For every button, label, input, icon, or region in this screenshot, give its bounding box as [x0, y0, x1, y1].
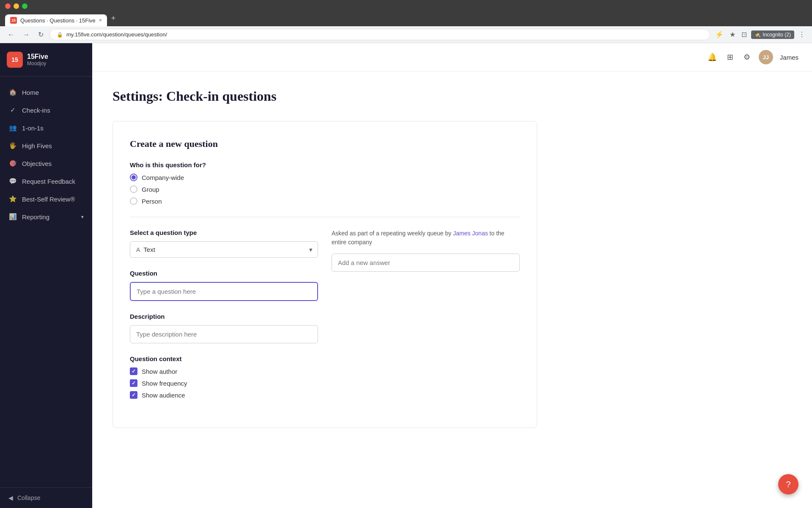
info-col: Asked as part of a repeating weekly queu… — [332, 229, 520, 272]
showaudience-label: Show audience — [142, 392, 185, 399]
collapse-button[interactable]: ◀ Collapse — [8, 494, 84, 501]
sidebar-item-reporting[interactable]: 📊 Reporting ▾ — [0, 208, 92, 226]
sidebar-item-label: 1-on-1s — [22, 124, 44, 132]
audience-group: Who is this question for? Company-wide G… — [130, 161, 520, 205]
sidebar-item-requestfeedback[interactable]: 💬 Request Feedback — [0, 172, 92, 190]
extensions-button[interactable]: ⚡ — [713, 29, 725, 40]
sidebar-item-label: Reporting — [22, 213, 49, 221]
sidebar: 15 15Five Moodjoy 🏠 Home ✓ Check-ins 👥 1… — [0, 43, 92, 508]
grid-button[interactable]: ⊞ — [725, 51, 735, 64]
radio-group-input[interactable] — [130, 185, 137, 193]
showaudience-checkbox[interactable] — [130, 391, 137, 399]
ssl-lock-icon: 🔒 — [57, 32, 63, 38]
incognito-badge: 🕵 Incognito (2) — [751, 30, 794, 39]
info-box: Asked as part of a repeating weekly queu… — [332, 229, 520, 272]
showauthor-label: Show author — [142, 368, 177, 375]
checkbox-showaudience[interactable]: Show audience — [130, 391, 318, 399]
checkbox-showfrequency[interactable]: Show frequency — [130, 379, 318, 387]
settings-button[interactable]: ⚙ — [742, 51, 752, 64]
reporting-icon: 📊 — [8, 213, 17, 221]
address-bar[interactable]: 🔒 my.15five.com/question/queues/question… — [49, 29, 710, 40]
type-info-row: Select a question type A Text ▾ Question — [130, 229, 520, 411]
sidebar-item-label: Home — [22, 89, 39, 96]
window-maximize-button[interactable] — [22, 3, 27, 9]
context-checkbox-group: Show author Show frequency Show audience — [130, 367, 318, 399]
description-group: Description — [130, 313, 318, 343]
radio-group[interactable]: Group — [130, 185, 520, 193]
question-label: Question — [130, 270, 318, 277]
question-type-label: Select a question type — [130, 229, 318, 236]
back-button[interactable]: ← — [5, 29, 17, 40]
description-input[interactable] — [130, 325, 318, 343]
chat-support-button[interactable]: ? — [778, 474, 798, 494]
sidebar-item-checkins[interactable]: ✓ Check-ins — [0, 101, 92, 119]
form-card: Create a new question Who is this questi… — [112, 121, 537, 428]
radio-person-input[interactable] — [130, 197, 137, 205]
sidebar-item-objectives[interactable]: 🎯 Objectives — [0, 155, 92, 172]
author-link[interactable]: James Jonas — [453, 230, 488, 237]
avatar: JJ — [759, 50, 773, 64]
question-input[interactable] — [130, 282, 318, 301]
header-bar: 🔔 ⊞ ⚙ JJ James — [92, 43, 812, 72]
sidebar-item-label: High Fives — [22, 142, 52, 149]
showfrequency-label: Show frequency — [142, 380, 187, 387]
main-content: 🔔 ⊞ ⚙ JJ James Settings: Check-in questi… — [92, 43, 812, 508]
radio-company-label: Company-wide — [142, 174, 184, 181]
tab-favicon: 15 — [10, 17, 17, 24]
profile-button[interactable]: ⊡ — [740, 29, 749, 40]
question-type-group: Select a question type A Text ▾ — [130, 229, 318, 258]
divider-1 — [130, 217, 520, 217]
sidebar-bottom: ◀ Collapse — [0, 487, 92, 508]
user-name: James — [780, 54, 798, 61]
app-logo-icon: 15 — [7, 52, 23, 68]
showauthor-checkbox[interactable] — [130, 367, 137, 375]
window-minimize-button[interactable] — [14, 3, 19, 9]
answer-input[interactable] — [332, 254, 520, 272]
radio-person-label: Person — [142, 198, 162, 205]
window-close-button[interactable] — [5, 3, 11, 9]
sidebar-item-1on1s[interactable]: 👥 1-on-1s — [0, 119, 92, 137]
sidebar-item-label: Request Feedback — [22, 178, 75, 185]
page-title: Settings: Check-in questions — [112, 88, 537, 104]
radio-person[interactable]: Person — [130, 197, 520, 205]
chevron-down-icon: ▾ — [309, 246, 313, 254]
tab-close-button[interactable]: × — [99, 17, 102, 23]
notifications-button[interactable]: 🔔 — [706, 51, 719, 64]
sidebar-item-bestselfreview[interactable]: ⭐ Best-Self Review® — [0, 190, 92, 208]
browser-tab[interactable]: 15 Questions · Questions · 15Five × — [5, 14, 107, 26]
question-type-value: Text — [143, 246, 155, 253]
bookmark-button[interactable]: ★ — [728, 29, 737, 40]
context-group: Question context Show author Show freque… — [130, 355, 318, 399]
sidebar-item-highfives[interactable]: 🖐 High Fives — [0, 137, 92, 155]
info-text: Asked as part of a repeating weekly queu… — [332, 229, 520, 247]
checkbox-showauthor[interactable]: Show author — [130, 367, 318, 375]
new-tab-button[interactable]: + — [108, 12, 119, 25]
app-subtitle: Moodjoy — [27, 61, 48, 66]
radio-group-label: Group — [142, 186, 159, 193]
logo-text: 15Five Moodjoy — [27, 53, 48, 66]
forward-button[interactable]: → — [20, 29, 32, 40]
sidebar-item-label: Objectives — [22, 160, 52, 167]
reporting-chevron-icon: ▾ — [81, 214, 84, 220]
text-type-icon: A — [136, 246, 140, 253]
audience-label: Who is this question for? — [130, 161, 520, 168]
url-text: my.15five.com/question/queues/question/ — [66, 31, 167, 38]
1on1s-icon: 👥 — [8, 124, 17, 132]
question-type-col: Select a question type A Text ▾ Question — [130, 229, 318, 411]
showfrequency-checkbox[interactable] — [130, 379, 137, 387]
incognito-label: Incognito (2) — [763, 32, 791, 38]
form-section-title: Create a new question — [130, 138, 520, 149]
tab-title: Questions · Questions · 15Five — [20, 17, 96, 24]
requestfeedback-icon: 💬 — [8, 177, 17, 185]
description-label: Description — [130, 313, 318, 320]
refresh-button[interactable]: ↻ — [36, 29, 46, 40]
context-label: Question context — [130, 355, 318, 362]
checkins-icon: ✓ — [8, 106, 17, 114]
question-type-select[interactable]: A Text ▾ — [130, 241, 318, 258]
radio-company-input[interactable] — [130, 174, 137, 181]
radio-company[interactable]: Company-wide — [130, 174, 520, 181]
page-content: Settings: Check-in questions Create a ne… — [92, 72, 557, 445]
sidebar-item-home[interactable]: 🏠 Home — [0, 83, 92, 101]
sidebar-item-label: Check-ins — [22, 107, 50, 114]
menu-button[interactable]: ⋮ — [797, 29, 807, 40]
